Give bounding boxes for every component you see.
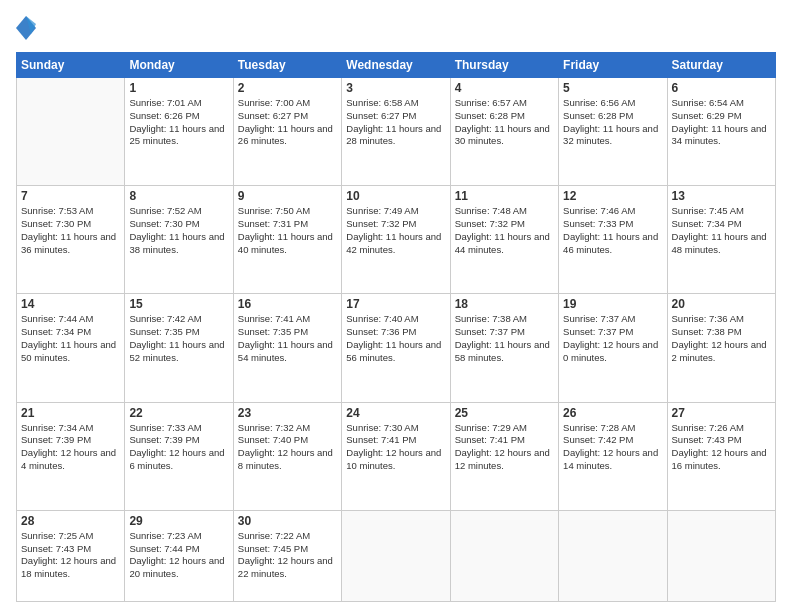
day-info: Sunrise: 6:58 AMSunset: 6:27 PMDaylight:… xyxy=(346,97,445,148)
page: SundayMondayTuesdayWednesdayThursdayFrid… xyxy=(0,0,792,612)
calendar-cell: 16Sunrise: 7:41 AMSunset: 7:35 PMDayligh… xyxy=(233,294,341,402)
day-number: 30 xyxy=(238,514,337,528)
day-info: Sunrise: 7:38 AMSunset: 7:37 PMDaylight:… xyxy=(455,313,554,364)
day-number: 20 xyxy=(672,297,771,311)
calendar-cell: 24Sunrise: 7:30 AMSunset: 7:41 PMDayligh… xyxy=(342,402,450,510)
day-info: Sunrise: 7:40 AMSunset: 7:36 PMDaylight:… xyxy=(346,313,445,364)
weekday-header-thursday: Thursday xyxy=(450,53,558,78)
calendar-cell xyxy=(559,510,667,601)
day-info: Sunrise: 7:36 AMSunset: 7:38 PMDaylight:… xyxy=(672,313,771,364)
calendar-cell: 30Sunrise: 7:22 AMSunset: 7:45 PMDayligh… xyxy=(233,510,341,601)
day-number: 11 xyxy=(455,189,554,203)
weekday-header-friday: Friday xyxy=(559,53,667,78)
day-info: Sunrise: 7:44 AMSunset: 7:34 PMDaylight:… xyxy=(21,313,120,364)
day-info: Sunrise: 7:33 AMSunset: 7:39 PMDaylight:… xyxy=(129,422,228,473)
day-info: Sunrise: 7:45 AMSunset: 7:34 PMDaylight:… xyxy=(672,205,771,256)
day-number: 13 xyxy=(672,189,771,203)
day-number: 25 xyxy=(455,406,554,420)
day-number: 26 xyxy=(563,406,662,420)
calendar-cell: 14Sunrise: 7:44 AMSunset: 7:34 PMDayligh… xyxy=(17,294,125,402)
calendar-cell: 7Sunrise: 7:53 AMSunset: 7:30 PMDaylight… xyxy=(17,186,125,294)
calendar-cell: 3Sunrise: 6:58 AMSunset: 6:27 PMDaylight… xyxy=(342,78,450,186)
calendar-cell: 6Sunrise: 6:54 AMSunset: 6:29 PMDaylight… xyxy=(667,78,775,186)
day-number: 17 xyxy=(346,297,445,311)
day-number: 10 xyxy=(346,189,445,203)
calendar-cell xyxy=(667,510,775,601)
day-info: Sunrise: 7:49 AMSunset: 7:32 PMDaylight:… xyxy=(346,205,445,256)
day-number: 16 xyxy=(238,297,337,311)
calendar-cell: 11Sunrise: 7:48 AMSunset: 7:32 PMDayligh… xyxy=(450,186,558,294)
calendar-cell: 29Sunrise: 7:23 AMSunset: 7:44 PMDayligh… xyxy=(125,510,233,601)
day-number: 7 xyxy=(21,189,120,203)
calendar-cell: 27Sunrise: 7:26 AMSunset: 7:43 PMDayligh… xyxy=(667,402,775,510)
day-info: Sunrise: 7:01 AMSunset: 6:26 PMDaylight:… xyxy=(129,97,228,148)
calendar-cell: 4Sunrise: 6:57 AMSunset: 6:28 PMDaylight… xyxy=(450,78,558,186)
day-info: Sunrise: 6:57 AMSunset: 6:28 PMDaylight:… xyxy=(455,97,554,148)
day-number: 1 xyxy=(129,81,228,95)
calendar-cell: 19Sunrise: 7:37 AMSunset: 7:37 PMDayligh… xyxy=(559,294,667,402)
day-number: 18 xyxy=(455,297,554,311)
calendar-cell: 18Sunrise: 7:38 AMSunset: 7:37 PMDayligh… xyxy=(450,294,558,402)
day-number: 22 xyxy=(129,406,228,420)
day-number: 4 xyxy=(455,81,554,95)
day-number: 5 xyxy=(563,81,662,95)
day-info: Sunrise: 6:56 AMSunset: 6:28 PMDaylight:… xyxy=(563,97,662,148)
day-number: 3 xyxy=(346,81,445,95)
day-number: 29 xyxy=(129,514,228,528)
day-info: Sunrise: 7:25 AMSunset: 7:43 PMDaylight:… xyxy=(21,530,120,581)
calendar-cell: 23Sunrise: 7:32 AMSunset: 7:40 PMDayligh… xyxy=(233,402,341,510)
calendar-cell xyxy=(17,78,125,186)
day-number: 27 xyxy=(672,406,771,420)
calendar-cell: 22Sunrise: 7:33 AMSunset: 7:39 PMDayligh… xyxy=(125,402,233,510)
day-info: Sunrise: 7:46 AMSunset: 7:33 PMDaylight:… xyxy=(563,205,662,256)
calendar-cell: 21Sunrise: 7:34 AMSunset: 7:39 PMDayligh… xyxy=(17,402,125,510)
weekday-header-wednesday: Wednesday xyxy=(342,53,450,78)
calendar-cell xyxy=(450,510,558,601)
day-info: Sunrise: 7:37 AMSunset: 7:37 PMDaylight:… xyxy=(563,313,662,364)
day-number: 14 xyxy=(21,297,120,311)
calendar-cell: 17Sunrise: 7:40 AMSunset: 7:36 PMDayligh… xyxy=(342,294,450,402)
header-row: SundayMondayTuesdayWednesdayThursdayFrid… xyxy=(17,53,776,78)
day-info: Sunrise: 7:52 AMSunset: 7:30 PMDaylight:… xyxy=(129,205,228,256)
day-info: Sunrise: 7:41 AMSunset: 7:35 PMDaylight:… xyxy=(238,313,337,364)
day-info: Sunrise: 7:26 AMSunset: 7:43 PMDaylight:… xyxy=(672,422,771,473)
calendar-cell: 1Sunrise: 7:01 AMSunset: 6:26 PMDaylight… xyxy=(125,78,233,186)
calendar-cell: 13Sunrise: 7:45 AMSunset: 7:34 PMDayligh… xyxy=(667,186,775,294)
calendar-cell: 20Sunrise: 7:36 AMSunset: 7:38 PMDayligh… xyxy=(667,294,775,402)
day-number: 15 xyxy=(129,297,228,311)
calendar-cell: 2Sunrise: 7:00 AMSunset: 6:27 PMDaylight… xyxy=(233,78,341,186)
calendar-table: SundayMondayTuesdayWednesdayThursdayFrid… xyxy=(16,52,776,602)
week-row-2: 7Sunrise: 7:53 AMSunset: 7:30 PMDaylight… xyxy=(17,186,776,294)
day-number: 8 xyxy=(129,189,228,203)
day-info: Sunrise: 7:50 AMSunset: 7:31 PMDaylight:… xyxy=(238,205,337,256)
calendar-cell xyxy=(342,510,450,601)
week-row-1: 1Sunrise: 7:01 AMSunset: 6:26 PMDaylight… xyxy=(17,78,776,186)
day-info: Sunrise: 7:48 AMSunset: 7:32 PMDaylight:… xyxy=(455,205,554,256)
weekday-header-saturday: Saturday xyxy=(667,53,775,78)
day-info: Sunrise: 7:00 AMSunset: 6:27 PMDaylight:… xyxy=(238,97,337,148)
week-row-3: 14Sunrise: 7:44 AMSunset: 7:34 PMDayligh… xyxy=(17,294,776,402)
day-info: Sunrise: 7:29 AMSunset: 7:41 PMDaylight:… xyxy=(455,422,554,473)
calendar-cell: 10Sunrise: 7:49 AMSunset: 7:32 PMDayligh… xyxy=(342,186,450,294)
calendar-cell: 25Sunrise: 7:29 AMSunset: 7:41 PMDayligh… xyxy=(450,402,558,510)
weekday-header-sunday: Sunday xyxy=(17,53,125,78)
logo-icon xyxy=(16,14,36,42)
calendar-cell: 28Sunrise: 7:25 AMSunset: 7:43 PMDayligh… xyxy=(17,510,125,601)
day-number: 9 xyxy=(238,189,337,203)
day-info: Sunrise: 7:23 AMSunset: 7:44 PMDaylight:… xyxy=(129,530,228,581)
day-info: Sunrise: 7:22 AMSunset: 7:45 PMDaylight:… xyxy=(238,530,337,581)
calendar-cell: 26Sunrise: 7:28 AMSunset: 7:42 PMDayligh… xyxy=(559,402,667,510)
calendar-cell: 5Sunrise: 6:56 AMSunset: 6:28 PMDaylight… xyxy=(559,78,667,186)
day-info: Sunrise: 7:53 AMSunset: 7:30 PMDaylight:… xyxy=(21,205,120,256)
day-number: 24 xyxy=(346,406,445,420)
day-info: Sunrise: 7:34 AMSunset: 7:39 PMDaylight:… xyxy=(21,422,120,473)
day-number: 21 xyxy=(21,406,120,420)
day-info: Sunrise: 7:42 AMSunset: 7:35 PMDaylight:… xyxy=(129,313,228,364)
calendar-cell: 8Sunrise: 7:52 AMSunset: 7:30 PMDaylight… xyxy=(125,186,233,294)
day-number: 2 xyxy=(238,81,337,95)
weekday-header-tuesday: Tuesday xyxy=(233,53,341,78)
day-number: 19 xyxy=(563,297,662,311)
weekday-header-monday: Monday xyxy=(125,53,233,78)
calendar-cell: 9Sunrise: 7:50 AMSunset: 7:31 PMDaylight… xyxy=(233,186,341,294)
header xyxy=(16,14,776,42)
